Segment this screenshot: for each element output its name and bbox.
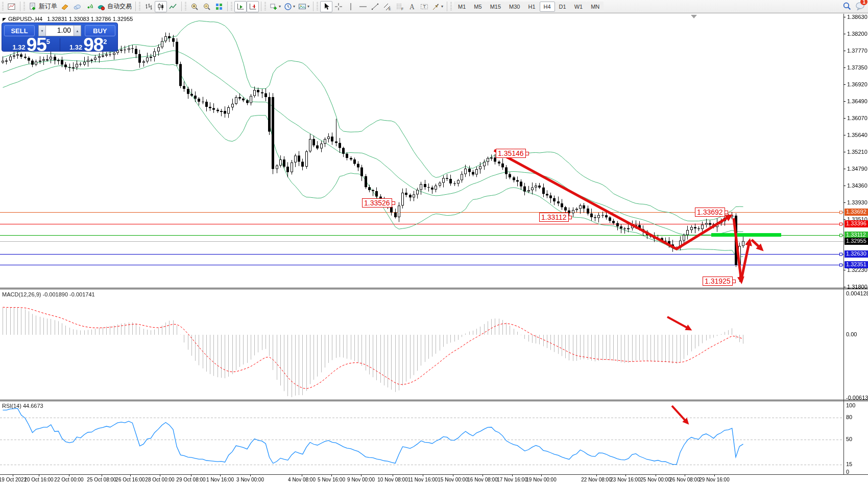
hline-icon: [359, 3, 367, 11]
period-clock-button[interactable]: ▾: [282, 1, 297, 12]
tab-timeframe-m1[interactable]: M1: [454, 2, 470, 12]
toolbar-separator: [261, 2, 261, 11]
annotation-anchor: [568, 216, 572, 219]
volume-increase-button[interactable]: ▴: [74, 26, 81, 36]
tab-timeframe-h1[interactable]: H1: [524, 2, 539, 12]
template-image-button[interactable]: ▾: [297, 1, 311, 12]
new-order-doc-button[interactable]: 新订单: [27, 1, 59, 12]
cursor-button[interactable]: [320, 1, 332, 12]
buy-price-big: 98: [83, 37, 103, 53]
chevron-down-icon[interactable]: ▾: [307, 4, 309, 9]
chart-shift-button[interactable]: [247, 1, 259, 12]
chart-symbol-period: GBPUSD-,H4: [8, 16, 42, 22]
sell-price-pip: 5: [46, 38, 50, 45]
sell-price-prefix: 1.32: [12, 43, 25, 51]
eraser-icon: [61, 3, 69, 11]
arrows-button[interactable]: ▾: [430, 1, 445, 12]
sell-price[interactable]: 1.32 95 5: [3, 37, 60, 53]
price-annotation[interactable]: 1.35146: [496, 149, 526, 158]
macd-indicator-label: MACD(12,26,9) -0.001890 -0.001741: [2, 291, 95, 297]
cloud-button[interactable]: [71, 1, 83, 12]
toolbar-drag-handle[interactable]: [139, 2, 140, 11]
tab-timeframe-m15[interactable]: M15: [486, 2, 505, 12]
toolbar-drag-handle[interactable]: [450, 2, 452, 11]
crosshair-icon: [334, 3, 343, 11]
chart-window-button[interactable]: [6, 1, 18, 12]
toolbar-separator: [20, 2, 20, 11]
text-label-icon: T: [420, 3, 428, 11]
rsi-indicator-label: RSI(14) 44.6673: [2, 403, 43, 409]
zoom-in-button[interactable]: [188, 1, 201, 12]
bars-chart-button[interactable]: [142, 1, 155, 12]
tab-timeframe-mn[interactable]: MN: [587, 2, 604, 12]
svg-text:T: T: [423, 4, 426, 9]
notifications-icon[interactable]: 1: [855, 1, 865, 10]
autotrade-button[interactable]: 自动交易: [95, 1, 133, 12]
tab-timeframe-h4[interactable]: H4: [540, 2, 555, 12]
new-object-button[interactable]: ▾: [268, 1, 282, 12]
new-object-icon: [270, 3, 278, 11]
tab-timeframe-w1[interactable]: W1: [570, 2, 587, 12]
chevron-down-icon[interactable]: ▾: [293, 4, 295, 9]
zoom-in-icon: [190, 3, 199, 11]
chart-canvas[interactable]: [0, 0, 868, 483]
mt4-window: 新订单自动交易▾▾▾EFAT▾M1M5M15M30H1H4D1W1MN1 ◤GB…: [0, 0, 868, 483]
price-annotation[interactable]: 1.31925: [703, 277, 733, 286]
toolbar-drag-handle[interactable]: [23, 2, 25, 11]
toolbar-drag-handle[interactable]: [231, 2, 232, 11]
main-toolbar: 新订单自动交易▾▾▾EFAT▾M1M5M15M30H1H4D1W1MN1: [0, 0, 868, 13]
chart-shift-icon: [249, 3, 257, 11]
auto-scroll-button[interactable]: [234, 1, 247, 12]
candles-chart-icon: [157, 3, 165, 11]
toolbar-drag-handle[interactable]: [2, 2, 4, 11]
toolbar-separator: [227, 2, 228, 11]
tab-timeframe-m30[interactable]: M30: [505, 2, 524, 12]
price-annotation[interactable]: 1.33112: [539, 213, 569, 222]
trendline-icon: [371, 3, 379, 11]
trendline-button[interactable]: [369, 1, 381, 12]
crosshair-button[interactable]: [332, 1, 345, 12]
chevron-down-icon[interactable]: ▾: [279, 4, 281, 9]
cloud-icon: [73, 3, 81, 11]
zoom-out-button[interactable]: [201, 1, 213, 12]
volume-input[interactable]: 1.00: [46, 26, 74, 36]
line-chart-button[interactable]: [167, 1, 179, 12]
channel-button[interactable]: E: [381, 1, 394, 12]
buy-price-prefix: 1.32: [69, 43, 82, 51]
notification-count-badge: 1: [860, 0, 867, 5]
price-annotation[interactable]: 1.33526: [362, 198, 392, 208]
fibonacci-icon: F: [396, 3, 404, 11]
candles-chart-button[interactable]: [155, 1, 167, 12]
auto-scroll-icon: [236, 3, 245, 11]
toolbar-drag-handle[interactable]: [185, 2, 186, 11]
toolbar-separator: [447, 2, 447, 11]
toolbar-separator: [135, 2, 136, 11]
tab-timeframe-m5[interactable]: M5: [470, 2, 486, 12]
search-icon[interactable]: [842, 2, 851, 10]
chart-title: ◤GBPUSD-,H41.32831 1.33083 1.32786 1.329…: [3, 16, 133, 22]
chevron-down-icon[interactable]: ▾: [441, 4, 443, 9]
chart-ohlc-readout: 1.32831 1.33083 1.32786 1.32955: [47, 16, 133, 22]
buy-price[interactable]: 1.32 98 2: [60, 37, 117, 53]
annotation-anchor: [732, 280, 736, 283]
toolbar-drag-handle[interactable]: [317, 2, 318, 11]
tile-windows-button[interactable]: [213, 1, 225, 12]
price-annotation[interactable]: 1.33692: [695, 208, 725, 217]
eraser-button[interactable]: [59, 1, 71, 12]
fibonacci-button[interactable]: F: [394, 1, 406, 12]
channel-icon: E: [383, 3, 392, 11]
period-clock-icon: [284, 3, 292, 11]
hline-button[interactable]: [357, 1, 369, 12]
buy-price-pip: 2: [103, 38, 107, 45]
toolbar-drag-handle[interactable]: [264, 2, 266, 11]
text-label-button[interactable]: T: [418, 1, 430, 12]
broadcast-button[interactable]: [83, 1, 95, 12]
chart-shift-marker-icon[interactable]: [691, 15, 697, 18]
vline-icon: [347, 3, 355, 11]
text-a-button[interactable]: A: [406, 1, 418, 12]
vline-button[interactable]: [345, 1, 357, 12]
cursor-icon: [322, 3, 330, 11]
chart-symbol-icon: ◤: [3, 17, 6, 22]
annotation-anchor: [525, 152, 529, 155]
tab-timeframe-d1[interactable]: D1: [555, 2, 570, 12]
